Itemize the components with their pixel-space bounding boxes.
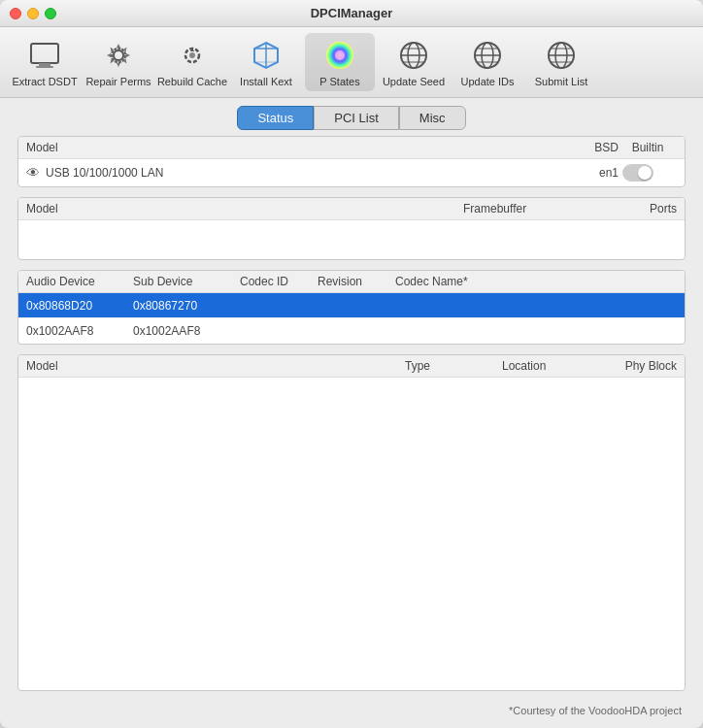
toolbar-label-p-states: P States (319, 76, 359, 87)
footer-note: *Courtesy of the VoodooHDA project (17, 701, 686, 718)
gear-icon (100, 37, 137, 74)
audio-subdev-0: 0x80867270 (133, 299, 240, 313)
toolbar-label-update-seed: Update Seed (383, 76, 445, 87)
storage-location-header: Location (502, 359, 599, 373)
framebuffer-model-header: Model (26, 202, 463, 215)
storage-section-header: Model Type Location Phy Block (18, 355, 685, 378)
framebuffer-empty-area (18, 220, 685, 259)
toolbar-label-update-ids: Update IDs (460, 76, 514, 87)
framebuffer-section-header: Model Framebuffer Ports (18, 198, 685, 220)
network-section-header: Model BSD Builtin (18, 137, 685, 159)
pstates-icon (321, 37, 358, 74)
audio-device-0: 0x80868D20 (26, 299, 133, 313)
box-icon (248, 37, 285, 74)
toolbar-label-extract-dsdt: Extract DSDT (12, 76, 77, 87)
audio-section-header: Audio Device Sub Device Codec ID Revisio… (18, 271, 685, 293)
titlebar: DPCIManager (0, 0, 703, 27)
toolbar: Extract DSDT Repair Perms (0, 27, 703, 98)
toolbar-item-update-ids[interactable]: Update IDs (452, 33, 522, 91)
builtin-toggle-0[interactable] (622, 164, 653, 182)
network-model-header: Model (26, 141, 560, 154)
toolbar-label-submit-list: Submit List (535, 76, 587, 87)
globe2-icon (469, 37, 506, 74)
toolbar-item-submit-list[interactable]: Submit List (526, 33, 596, 91)
window-title: DPCIManager (311, 6, 393, 20)
storage-empty-area (18, 378, 685, 543)
audio-subdev-header: Sub Device (133, 275, 240, 288)
close-button[interactable] (10, 8, 21, 19)
toolbar-item-install-kext[interactable]: Install Kext (231, 33, 301, 91)
minimize-button[interactable] (27, 8, 39, 19)
toolbar-label-install-kext: Install Kext (240, 76, 292, 87)
audio-device-1: 0x1002AAF8 (26, 324, 133, 338)
audio-codec-header: Codec ID (240, 275, 318, 288)
audio-row-1[interactable]: 0x1002AAF8 0x1002AAF8 (18, 318, 685, 344)
framebuffer-section: Model Framebuffer Ports (17, 197, 686, 260)
network-model-0: 👁 USB 10/100/1000 LAN (26, 165, 560, 181)
toolbar-item-p-states[interactable]: P States (305, 33, 375, 91)
tab-pci-list[interactable]: PCI List (314, 106, 399, 130)
framebuffer-framebuffer-header: Framebuffer (463, 202, 619, 215)
storage-model-header: Model (26, 359, 405, 373)
rebuild-icon (174, 37, 211, 74)
audio-section: Audio Device Sub Device Codec ID Revisio… (17, 270, 686, 345)
tab-status[interactable]: Status (237, 106, 314, 130)
toolbar-item-repair-perms[interactable]: Repair Perms (84, 33, 153, 91)
network-bsd-header: BSD (560, 141, 619, 154)
toolbar-item-update-seed[interactable]: Update Seed (379, 33, 449, 91)
svg-rect-0 (31, 44, 58, 63)
toolbar-label-rebuild-cache: Rebuild Cache (157, 76, 227, 87)
main-window: DPCIManager Extract DSDT (0, 0, 703, 728)
toolbar-item-extract-dsdt[interactable]: Extract DSDT (10, 33, 80, 91)
network-builtin-0 (619, 164, 677, 182)
framebuffer-ports-header: Ports (619, 202, 677, 215)
toggle-knob-0 (638, 166, 652, 180)
globe-icon (395, 37, 432, 74)
network-section: Model BSD Builtin 👁 USB 10/100/1000 LAN … (17, 136, 686, 187)
tab-misc[interactable]: Misc (399, 106, 466, 130)
monitor-icon (26, 37, 63, 74)
svg-rect-1 (39, 63, 50, 66)
maximize-button[interactable] (45, 8, 56, 19)
globe3-icon (543, 37, 580, 74)
storage-type-header: Type (405, 359, 502, 373)
content-area: Model BSD Builtin 👁 USB 10/100/1000 LAN … (0, 136, 703, 728)
network-builtin-header: Builtin (619, 141, 677, 154)
audio-revision-header: Revision (318, 275, 395, 288)
toolbar-item-rebuild-cache[interactable]: Rebuild Cache (157, 33, 227, 91)
tab-bar: Status PCI List Misc (0, 98, 703, 136)
audio-device-header: Audio Device (26, 275, 133, 288)
toolbar-label-repair-perms: Repair Perms (85, 76, 151, 87)
svg-point-6 (189, 52, 195, 58)
audio-codec-name-header: Codec Name* (395, 275, 677, 288)
eye-icon: 👁 (26, 165, 40, 181)
storage-phy-header: Phy Block (599, 359, 677, 373)
network-model-name-0: USB 10/100/1000 LAN (46, 166, 163, 180)
svg-point-3 (114, 50, 123, 60)
window-controls (10, 8, 56, 19)
storage-section: Model Type Location Phy Block (17, 354, 686, 691)
svg-point-12 (335, 50, 345, 60)
svg-rect-2 (36, 66, 53, 68)
audio-subdev-1: 0x1002AAF8 (133, 324, 240, 338)
network-row-0: 👁 USB 10/100/1000 LAN en1 (18, 159, 685, 186)
network-bsd-0: en1 (560, 166, 619, 180)
audio-row-0[interactable]: 0x80868D20 0x80867270 (18, 293, 685, 318)
